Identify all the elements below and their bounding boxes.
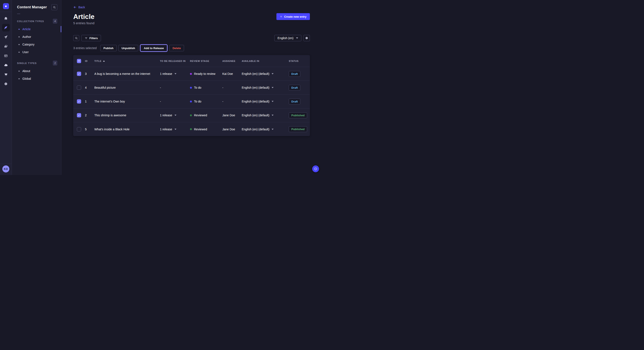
home-icon[interactable] — [2, 14, 10, 22]
back-link[interactable]: Back — [73, 5, 85, 9]
cloud-icon[interactable] — [2, 61, 10, 69]
column-header-id: ID — [85, 60, 94, 62]
stage-dot-icon — [190, 73, 192, 75]
row-assignee: Kai Doe — [222, 72, 242, 75]
search-entries-icon[interactable] — [73, 35, 79, 41]
subnav-title: Content Manager — [17, 5, 47, 9]
chevron-down-icon — [296, 37, 298, 39]
sidebar-item-label: About — [22, 69, 30, 73]
sidebar-item-label: Article — [22, 27, 31, 31]
bullet-icon — [18, 78, 20, 79]
user-avatar[interactable]: KD — [2, 166, 9, 173]
row-stage-label: To do — [194, 100, 201, 103]
gear-icon[interactable] — [2, 80, 10, 88]
locale-select[interactable]: English (en) — [274, 35, 301, 41]
bullet-icon — [18, 44, 20, 45]
rail-nav — [2, 14, 10, 88]
locale-chevron-down-icon[interactable] — [272, 129, 274, 130]
filters-button[interactable]: Filters — [81, 35, 101, 41]
row-stage-label: To do — [194, 86, 201, 89]
column-header-title[interactable]: TITLE — [94, 60, 160, 62]
page-title: Article — [73, 13, 94, 20]
table-row[interactable]: 2 This shrimp is awesome 1 release Revie… — [73, 108, 310, 122]
row-checkbox[interactable] — [77, 72, 81, 76]
row-assignee: Jane Doe — [222, 114, 242, 117]
sidebar-item-label: User — [22, 50, 29, 54]
bullet-icon — [18, 36, 20, 37]
locale-chevron-down-icon[interactable] — [272, 73, 274, 74]
create-new-entry-button[interactable]: Create new entry — [276, 13, 310, 20]
row-locale: English (en) (default) — [242, 128, 270, 131]
release-chevron-down-icon[interactable] — [174, 115, 176, 116]
stage-dot-icon — [190, 128, 192, 130]
sidebar-item-global[interactable]: Global — [17, 75, 57, 82]
row-release-count: 1 release — [160, 128, 172, 131]
locale-chevron-down-icon[interactable] — [272, 115, 274, 116]
media-images-icon[interactable] — [2, 42, 10, 50]
table-row[interactable]: 5 What's inside a Black Hole 1 release R… — [73, 122, 310, 136]
help-button[interactable]: ? — [312, 166, 319, 172]
back-label: Back — [78, 5, 85, 9]
rail-divider — [0, 12, 12, 12]
bullet-icon — [18, 71, 20, 72]
table-row[interactable]: 3 A bug is becoming a meme on the intern… — [73, 67, 310, 81]
sidebar-item-author[interactable]: Author — [17, 33, 57, 41]
unpublish-button[interactable]: Unpublish — [118, 45, 138, 51]
view-settings-gear-icon[interactable] — [304, 35, 310, 41]
filter-icon — [84, 37, 88, 40]
sidebar-item-label: Author — [22, 35, 31, 38]
status-badge: Draft — [289, 71, 300, 77]
stage-dot-icon — [190, 101, 192, 103]
row-checkbox[interactable] — [77, 113, 81, 117]
section-label: SINGLE TYPES — [17, 62, 37, 64]
release-chevron-down-icon[interactable] — [174, 73, 176, 74]
sidebar-item-category[interactable]: Category — [17, 41, 57, 48]
sidebar-item-user[interactable]: User — [17, 48, 57, 56]
delete-button[interactable]: Delete — [169, 45, 184, 51]
row-assignee: - — [222, 100, 242, 103]
strapi-logo-icon — [4, 5, 8, 8]
sidebar-item-about[interactable]: About — [17, 67, 57, 75]
filters-label: Filters — [90, 37, 98, 40]
locale-chevron-down-icon[interactable] — [272, 87, 274, 88]
main-content: Back Article 5 entries found Create new … — [61, 0, 322, 175]
table-row[interactable]: 1 The internet's Own boy - To do - Engli… — [73, 95, 310, 108]
sidebar-section: SINGLE TYPES 2 About Global — [17, 61, 57, 82]
row-checkbox[interactable] — [77, 85, 81, 90]
strapi-logo[interactable] — [3, 3, 9, 9]
row-locale: English (en) (default) — [242, 86, 270, 89]
layout-card-icon[interactable] — [2, 52, 10, 59]
plus-icon — [280, 15, 282, 18]
status-badge: Draft — [289, 99, 300, 104]
table-row[interactable]: 4 Beautiful picture - To do - English (e… — [73, 81, 310, 95]
status-badge: Published — [289, 126, 307, 132]
subnav-divider — [17, 14, 20, 14]
cart-icon[interactable] — [2, 71, 10, 78]
bullet-icon — [18, 29, 20, 30]
arrow-left-icon — [73, 5, 77, 9]
sidebar-item-label: Global — [22, 77, 31, 80]
main-nav-rail: KD — [0, 0, 12, 175]
locale-chevron-down-icon[interactable] — [272, 101, 274, 102]
row-release-count: 1 release — [160, 114, 172, 117]
sidebar-item-label: Category — [22, 43, 34, 46]
search-icon[interactable] — [51, 4, 57, 10]
feather-icon[interactable] — [2, 24, 10, 31]
status-badge: Draft — [289, 85, 300, 91]
app-root: KD Content Manager COLLECTION TYPES 4 Ar… — [0, 0, 322, 175]
locale-value: English (en) — [278, 36, 294, 40]
section-count-badge: 4 — [53, 19, 57, 24]
add-to-release-button[interactable]: Add to Release — [140, 45, 167, 51]
sidebar-item-article[interactable]: Article — [17, 25, 57, 33]
column-header-released: TO BE RELEASED IN — [160, 60, 190, 62]
entries-table: ID TITLE TO BE RELEASED IN REVIEW STAGE … — [73, 55, 310, 136]
publish-button[interactable]: Publish — [100, 45, 117, 51]
paper-plane-icon[interactable] — [2, 33, 10, 41]
entries-count: 5 entries found — [73, 21, 94, 25]
row-checkbox[interactable] — [77, 99, 81, 104]
column-header-status: STATUS — [289, 60, 306, 62]
select-all-checkbox[interactable] — [77, 59, 81, 63]
row-checkbox[interactable] — [77, 127, 81, 131]
release-chevron-down-icon[interactable] — [174, 129, 176, 130]
sidebar-sections: COLLECTION TYPES 4 Article Author Catego… — [17, 19, 57, 82]
